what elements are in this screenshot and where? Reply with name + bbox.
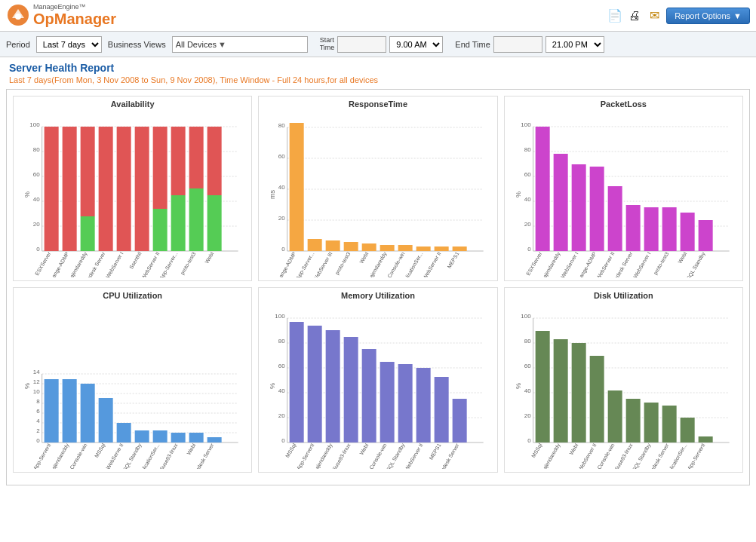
svg-rect-29 [207, 127, 222, 195]
svg-point-1 [15, 14, 21, 20]
svg-text:20: 20 [524, 221, 530, 228]
svg-rect-127 [81, 384, 95, 442]
svg-text:100: 100 [275, 313, 286, 320]
end-time-input[interactable] [493, 36, 542, 53]
svg-rect-20 [99, 127, 113, 251]
availability-svg: % 0 20 40 60 80 100 [17, 112, 248, 277]
end-time-select[interactable]: 21.00 PM [545, 36, 604, 53]
svg-text:WebServer II: WebServer II [404, 442, 423, 469]
svg-text:%: % [514, 191, 521, 198]
svg-text:WebServer II: WebServer II [140, 251, 160, 277]
packet-loss-chart: PacketLoss % 0 20 40 60 80 100 [504, 96, 743, 281]
svg-text:6: 6 [36, 408, 40, 415]
svg-rect-16 [45, 127, 59, 251]
svg-text:Exchange-ADMP: Exchange-ADMP [272, 251, 298, 277]
svg-text:80: 80 [278, 122, 285, 129]
header: ManageEngine™ OpManager 📄 🖨 ✉ Report Opt… [0, 0, 756, 32]
start-time-input[interactable] [337, 36, 386, 53]
svg-text:0: 0 [527, 246, 531, 253]
svg-rect-25 [171, 127, 186, 195]
svg-text:40: 40 [524, 196, 530, 203]
svg-text:0: 0 [36, 437, 40, 444]
svg-text:20: 20 [33, 221, 40, 228]
start-time-section: StartTime 9.00 AM [320, 36, 444, 53]
period-select[interactable]: Last 7 days [36, 36, 102, 53]
svg-text:%: % [514, 383, 521, 389]
svg-text:MEPS1: MEPS1 [429, 442, 442, 461]
svg-text:MSSql: MSSql [94, 442, 106, 459]
response-time-svg: ms 0 20 40 60 80 [262, 112, 493, 277]
cpu-chart: CPU Utilization % 0 2 4 6 8 10 12 14 [13, 287, 252, 473]
svg-text:80: 80 [524, 338, 530, 344]
svg-rect-197 [607, 390, 622, 442]
svg-text:proto-test3: proto-test3 [334, 251, 352, 276]
svg-rect-201 [680, 418, 694, 442]
svg-rect-196 [589, 356, 604, 442]
svg-text:10: 10 [33, 388, 40, 395]
svg-text:MEPS1: MEPS1 [447, 251, 460, 269]
svg-rect-131 [153, 430, 167, 442]
svg-text:60: 60 [524, 363, 530, 369]
svg-rect-167 [435, 377, 449, 442]
report-subtitle: Last 7 days(From Mon, 3 Nov 2008 to Sun,… [9, 75, 747, 84]
svg-rect-89 [571, 164, 585, 251]
report-options-button[interactable]: Report Options ▼ [666, 8, 750, 24]
svg-rect-95 [680, 213, 694, 251]
disk-svg: % 0 20 40 60 80 100 [508, 303, 739, 469]
svg-text:WebServer II: WebServer II [422, 251, 441, 277]
svg-text:60: 60 [33, 171, 40, 178]
toolbar: Period Last 7 days Business Views All De… [0, 32, 756, 57]
svg-text:20: 20 [278, 215, 285, 222]
svg-rect-202 [698, 436, 712, 442]
start-time-label: StartTime [320, 37, 335, 52]
svg-rect-94 [662, 207, 676, 251]
svg-rect-26 [171, 195, 186, 251]
svg-rect-23 [153, 127, 167, 209]
svg-text:Ssenthil: Ssenthil [128, 251, 143, 270]
business-views-label: Business Views [108, 40, 166, 49]
svg-rect-18 [81, 127, 95, 216]
svg-text:20: 20 [524, 412, 530, 419]
svg-text:60: 60 [278, 363, 285, 369]
email-icon[interactable]: ✉ [647, 8, 662, 23]
end-time-label: End Time [455, 40, 490, 49]
svg-rect-133 [189, 433, 204, 442]
pdf-icon[interactable]: 📄 [607, 8, 622, 23]
svg-text:MSSql: MSSql [530, 442, 543, 459]
svg-rect-19 [81, 216, 95, 251]
report-title-area: Server Health Report Last 7 days(From Mo… [0, 57, 756, 86]
charts-row-2: CPU Utilization % 0 2 4 6 8 10 12 14 [13, 287, 743, 473]
svg-rect-61 [435, 247, 449, 251]
svg-rect-194 [553, 339, 567, 442]
svg-text:4: 4 [36, 418, 40, 424]
svg-rect-159 [290, 322, 304, 442]
svg-rect-56 [344, 242, 358, 251]
svg-rect-54 [308, 239, 322, 251]
svg-rect-200 [662, 406, 676, 442]
devices-dropdown-arrow: ▼ [218, 40, 226, 49]
response-time-chart: ResponseTime ms 0 20 40 60 80 [258, 96, 497, 281]
svg-rect-164 [380, 362, 395, 442]
start-time-select[interactable]: 9.00 AM [389, 36, 443, 53]
svg-text:WebServer I: WebServer I [632, 251, 651, 277]
svg-text:WebServer II: WebServer II [595, 251, 615, 277]
svg-text:2: 2 [36, 427, 40, 434]
svg-text:WebServer I: WebServer I [105, 251, 124, 277]
header-right: 📄 🖨 ✉ Report Options ▼ [607, 8, 750, 24]
svg-text:0: 0 [282, 437, 286, 444]
cpu-svg: % 0 2 4 6 8 10 12 14 [17, 303, 248, 469]
svg-text:WebI: WebI [359, 251, 370, 265]
print-icon[interactable]: 🖨 [627, 8, 642, 23]
disk-title: Disk Utilization [594, 291, 653, 300]
svg-rect-58 [380, 245, 395, 251]
devices-dropdown[interactable]: All Devices ▼ [172, 36, 308, 53]
svg-text:0: 0 [527, 437, 531, 444]
svg-text:20: 20 [278, 412, 285, 419]
svg-text:WebI: WebI [204, 251, 214, 265]
svg-text:0: 0 [282, 246, 286, 253]
svg-text:ms: ms [269, 190, 276, 199]
svg-text:Console-win: Console-win [369, 442, 388, 469]
svg-text:12: 12 [33, 378, 40, 385]
svg-rect-130 [135, 430, 149, 442]
svg-text:40: 40 [278, 184, 285, 191]
